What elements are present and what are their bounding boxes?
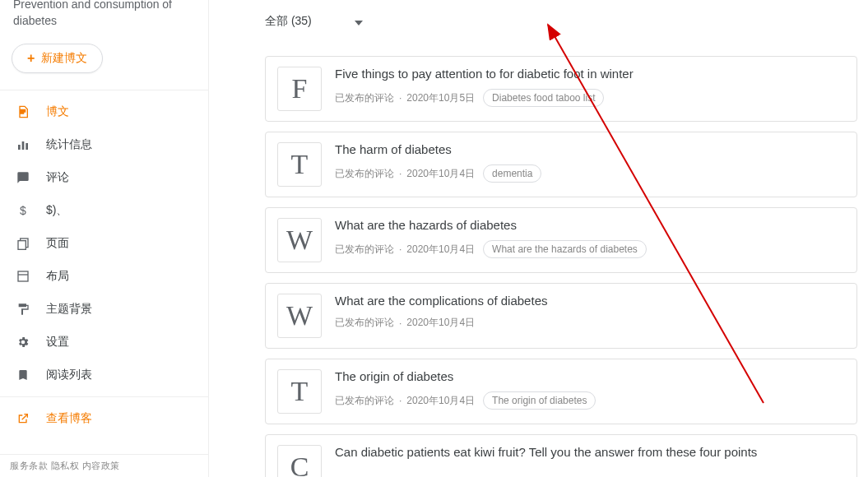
sidebar-item-posts[interactable]: 博文 [0, 95, 208, 128]
post-body: What are the complications of diabetes已发… [335, 294, 845, 330]
post-date: 2020年10月4日 [406, 394, 475, 408]
sidebar-item-label: 页面 [46, 236, 69, 251]
bookmark-icon [13, 368, 33, 382]
sidebar-item-layout[interactable]: 布局 [0, 260, 208, 293]
sidebar-item-pages[interactable]: 页面 [0, 227, 208, 260]
open-in-new-icon [13, 412, 33, 425]
post-date: 2020年10月4日 [406, 316, 475, 330]
post-card[interactable]: WWhat are the complications of diabetes已… [265, 283, 857, 349]
filter-dropdown[interactable]: 全部 (35) [265, 14, 363, 29]
main-content: 全部 (35) FFive things to pay attention to… [209, 0, 868, 477]
sidebar: Prevention and consumption of diabetes +… [0, 0, 209, 477]
post-tag[interactable]: dementia [483, 164, 541, 183]
post-meta: 已发布的评论·2020年10月4日What are the hazards of… [335, 240, 845, 258]
post-thumbnail: W [277, 294, 322, 338]
post-meta: 已发布的评论·2020年10月4日dementia [335, 164, 845, 183]
filter-bar: 全部 (35) [265, 3, 868, 39]
post-thumbnail: W [277, 218, 322, 262]
sidebar-item-viewblog[interactable]: 查看博客 [0, 402, 208, 435]
post-body: The origin of diabetes已发布的评论·2020年10月4日T… [335, 369, 845, 410]
sidebar-item-label: 评论 [46, 170, 69, 185]
posts-list: FFive things to pay attention to for dia… [265, 56, 868, 477]
post-title: The origin of diabetes [335, 369, 845, 383]
pages-icon [13, 237, 33, 250]
new-post-label: 新建博文 [41, 51, 87, 66]
divider [0, 396, 208, 397]
post-tag[interactable]: The origin of diabetes [483, 391, 596, 410]
post-tag[interactable]: What are the hazards of diabetes [483, 240, 647, 258]
post-thumbnail: C [277, 445, 322, 477]
svg-rect-2 [26, 143, 28, 150]
document-icon [13, 105, 33, 118]
sidebar-item-label: $)、 [46, 203, 67, 218]
post-status: 已发布的评论 [335, 91, 394, 105]
post-status: 已发布的评论 [335, 316, 394, 330]
post-card[interactable]: CCan diabetic patients eat kiwi fruit? T… [265, 434, 857, 477]
divider [0, 90, 208, 90]
dollar-icon: $ [13, 204, 33, 217]
sidebar-item-label: 阅读列表 [46, 368, 92, 382]
post-meta: 已发布的评论·2020年10月5日Diabetes food taboo lis… [335, 89, 845, 107]
plus-icon: + [27, 51, 35, 66]
chat-icon [13, 171, 33, 184]
svg-rect-0 [18, 145, 21, 150]
sidebar-item-label: 统计信息 [46, 137, 92, 152]
paint-icon [13, 303, 33, 316]
post-body: Can diabetic patients eat kiwi fruit? Te… [335, 445, 845, 467]
sidebar-item-label: 查看博客 [46, 411, 92, 426]
sidebar-nav: 博文 统计信息 评论 $ $)、 [0, 95, 208, 454]
post-card[interactable]: FFive things to pay attention to for dia… [265, 56, 857, 122]
post-date: 2020年10月4日 [406, 243, 475, 257]
svg-rect-1 [22, 141, 25, 150]
sidebar-item-label: 布局 [46, 269, 69, 284]
post-tag[interactable]: Diabetes food taboo list [483, 89, 604, 107]
post-title: The harm of diabetes [335, 142, 845, 156]
filter-label: 全部 (35) [265, 14, 312, 29]
post-card[interactable]: TThe origin of diabetes已发布的评论·2020年10月4日… [265, 359, 857, 424]
post-title: Can diabetic patients eat kiwi fruit? Te… [335, 445, 845, 459]
post-date: 2020年10月5日 [406, 91, 475, 105]
post-body: Five things to pay attention to for diab… [335, 67, 845, 107]
post-card[interactable]: TThe harm of diabetes已发布的评论·2020年10月4日de… [265, 132, 857, 197]
bars-icon [13, 138, 33, 151]
footer-links[interactable]: 服务条款 隐私权 内容政策 [0, 454, 208, 477]
post-body: The harm of diabetes已发布的评论·2020年10月4日dem… [335, 142, 845, 183]
post-meta: 已发布的评论·2020年10月4日The origin of diabetes [335, 391, 845, 410]
post-title: What are the complications of diabetes [335, 294, 845, 308]
sidebar-item-stats[interactable]: 统计信息 [0, 128, 208, 161]
svg-rect-5 [18, 271, 28, 281]
post-title: Five things to pay attention to for diab… [335, 67, 845, 81]
sidebar-item-label: 博文 [46, 104, 69, 119]
sidebar-item-comments[interactable]: 评论 [0, 161, 208, 194]
sidebar-item-label: 主题背景 [46, 302, 92, 317]
post-status: 已发布的评论 [335, 394, 394, 408]
sidebar-item-settings[interactable]: 设置 [0, 326, 208, 359]
sidebar-item-label: 设置 [46, 335, 69, 350]
svg-rect-4 [18, 241, 26, 250]
post-meta: 已发布的评论·2020年10月4日 [335, 316, 845, 330]
layout-icon [13, 270, 33, 283]
chevron-down-icon [355, 15, 363, 28]
post-thumbnail: T [277, 369, 322, 414]
post-title: What are the hazards of diabetes [335, 218, 845, 232]
sidebar-item-earnings[interactable]: $ $)、 [0, 194, 208, 227]
sidebar-item-readinglist[interactable]: 阅读列表 [0, 359, 208, 391]
gear-icon [13, 336, 33, 349]
post-body: What are the hazards of diabetes已发布的评论·2… [335, 218, 845, 258]
post-card[interactable]: WWhat are the hazards of diabetes已发布的评论·… [265, 207, 857, 273]
post-date: 2020年10月4日 [406, 167, 475, 181]
post-thumbnail: T [277, 142, 322, 187]
sidebar-item-theme[interactable]: 主题背景 [0, 293, 208, 326]
post-status: 已发布的评论 [335, 243, 394, 257]
blog-title: Prevention and consumption of diabetes [0, 0, 208, 37]
post-status: 已发布的评论 [335, 167, 394, 181]
post-thumbnail: F [277, 67, 322, 111]
new-post-button[interactable]: + 新建博文 [12, 44, 103, 73]
